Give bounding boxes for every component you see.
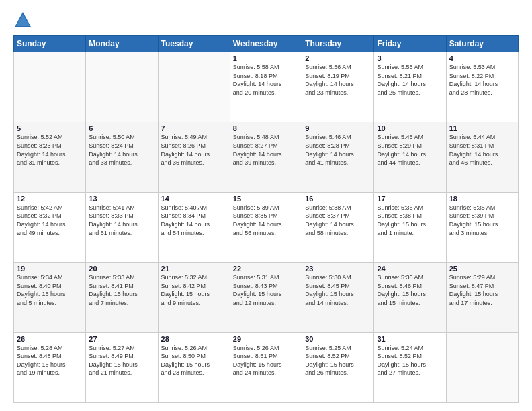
day-number: 13 (89, 195, 154, 203)
calendar-week-row: 1Sunrise: 5:58 AMSunset: 8:18 PMDaylight… (14, 52, 519, 122)
calendar-cell: 29Sunrise: 5:26 AMSunset: 8:51 PMDayligh… (230, 332, 302, 402)
day-info: Sunrise: 5:44 AMSunset: 8:31 PMDaylight:… (449, 133, 515, 167)
calendar-cell: 10Sunrise: 5:45 AMSunset: 8:29 PMDayligh… (374, 122, 446, 192)
day-number: 24 (377, 265, 443, 273)
calendar-cell: 24Sunrise: 5:30 AMSunset: 8:46 PMDayligh… (374, 263, 446, 332)
calendar-cell: 16Sunrise: 5:38 AMSunset: 8:37 PMDayligh… (302, 192, 374, 262)
calendar-cell: 13Sunrise: 5:41 AMSunset: 8:33 PMDayligh… (86, 192, 158, 262)
calendar-week-row: 19Sunrise: 5:34 AMSunset: 8:40 PMDayligh… (14, 263, 519, 332)
day-info: Sunrise: 5:55 AMSunset: 8:21 PMDaylight:… (377, 63, 443, 97)
calendar-cell: 17Sunrise: 5:36 AMSunset: 8:38 PMDayligh… (374, 192, 446, 262)
calendar-cell: 23Sunrise: 5:30 AMSunset: 8:45 PMDayligh… (302, 263, 374, 332)
day-number: 19 (17, 265, 83, 273)
day-info: Sunrise: 5:42 AMSunset: 8:32 PMDaylight:… (17, 203, 83, 237)
day-info: Sunrise: 5:56 AMSunset: 8:19 PMDaylight:… (305, 63, 371, 97)
day-info: Sunrise: 5:38 AMSunset: 8:37 PMDaylight:… (305, 203, 371, 237)
day-number: 3 (377, 54, 443, 62)
day-number: 21 (161, 265, 227, 273)
day-info: Sunrise: 5:34 AMSunset: 8:40 PMDaylight:… (17, 273, 83, 307)
day-number: 23 (305, 265, 371, 273)
svg-marker-1 (16, 15, 30, 26)
day-info: Sunrise: 5:32 AMSunset: 8:42 PMDaylight:… (161, 273, 227, 307)
day-number: 17 (377, 195, 443, 203)
day-info: Sunrise: 5:31 AMSunset: 8:43 PMDaylight:… (233, 273, 299, 307)
day-number: 30 (305, 335, 371, 343)
calendar-cell (86, 52, 158, 122)
calendar-cell: 12Sunrise: 5:42 AMSunset: 8:32 PMDayligh… (14, 192, 86, 262)
calendar-cell: 25Sunrise: 5:29 AMSunset: 8:47 PMDayligh… (446, 263, 518, 332)
logo (13, 11, 35, 30)
day-info: Sunrise: 5:50 AMSunset: 8:24 PMDaylight:… (89, 133, 154, 167)
calendar-cell (446, 332, 518, 402)
day-info: Sunrise: 5:26 AMSunset: 8:50 PMDaylight:… (161, 344, 227, 377)
day-info: Sunrise: 5:28 AMSunset: 8:48 PMDaylight:… (17, 344, 83, 377)
day-number: 29 (233, 335, 299, 343)
day-info: Sunrise: 5:46 AMSunset: 8:28 PMDaylight:… (305, 133, 371, 167)
day-info: Sunrise: 5:27 AMSunset: 8:49 PMDaylight:… (89, 344, 154, 377)
day-info: Sunrise: 5:40 AMSunset: 8:34 PMDaylight:… (161, 203, 227, 237)
day-number: 4 (449, 54, 515, 62)
calendar-header: SundayMondayTuesdayWednesdayThursdayFrid… (14, 36, 519, 52)
day-info: Sunrise: 5:39 AMSunset: 8:35 PMDaylight:… (233, 203, 299, 237)
calendar-cell: 22Sunrise: 5:31 AMSunset: 8:43 PMDayligh… (230, 263, 302, 332)
calendar-cell: 5Sunrise: 5:52 AMSunset: 8:23 PMDaylight… (14, 122, 86, 192)
day-info: Sunrise: 5:24 AMSunset: 8:52 PMDaylight:… (377, 344, 443, 377)
calendar-cell: 27Sunrise: 5:27 AMSunset: 8:49 PMDayligh… (86, 332, 158, 402)
day-header: Saturday (446, 36, 518, 52)
day-header: Wednesday (230, 36, 302, 52)
day-info: Sunrise: 5:48 AMSunset: 8:27 PMDaylight:… (233, 133, 299, 167)
calendar-cell: 14Sunrise: 5:40 AMSunset: 8:34 PMDayligh… (158, 192, 230, 262)
calendar-cell: 18Sunrise: 5:35 AMSunset: 8:39 PMDayligh… (446, 192, 518, 262)
day-number: 20 (89, 265, 154, 273)
day-info: Sunrise: 5:25 AMSunset: 8:52 PMDaylight:… (305, 344, 371, 377)
day-header: Monday (86, 36, 158, 52)
day-info: Sunrise: 5:35 AMSunset: 8:39 PMDaylight:… (449, 203, 515, 237)
calendar-week-row: 5Sunrise: 5:52 AMSunset: 8:23 PMDaylight… (14, 122, 519, 192)
header-row: SundayMondayTuesdayWednesdayThursdayFrid… (14, 36, 519, 52)
day-number: 1 (233, 54, 299, 62)
day-number: 9 (305, 124, 371, 132)
calendar-cell: 3Sunrise: 5:55 AMSunset: 8:21 PMDaylight… (374, 52, 446, 122)
day-number: 14 (161, 195, 227, 203)
calendar-cell: 30Sunrise: 5:25 AMSunset: 8:52 PMDayligh… (302, 332, 374, 402)
calendar-cell: 6Sunrise: 5:50 AMSunset: 8:24 PMDaylight… (86, 122, 158, 192)
day-number: 11 (449, 124, 515, 132)
day-number: 26 (17, 335, 83, 343)
calendar-body: 1Sunrise: 5:58 AMSunset: 8:18 PMDaylight… (14, 52, 519, 403)
day-number: 28 (161, 335, 227, 343)
day-info: Sunrise: 5:52 AMSunset: 8:23 PMDaylight:… (17, 133, 83, 167)
day-header: Tuesday (158, 36, 230, 52)
day-number: 16 (305, 195, 371, 203)
calendar-cell: 21Sunrise: 5:32 AMSunset: 8:42 PMDayligh… (158, 263, 230, 332)
page: SundayMondayTuesdayWednesdayThursdayFrid… (0, 0, 532, 411)
day-info: Sunrise: 5:26 AMSunset: 8:51 PMDaylight:… (233, 344, 299, 377)
calendar-cell: 20Sunrise: 5:33 AMSunset: 8:41 PMDayligh… (86, 263, 158, 332)
logo-icon (13, 11, 32, 30)
day-number: 2 (305, 54, 371, 62)
day-info: Sunrise: 5:58 AMSunset: 8:18 PMDaylight:… (233, 63, 299, 97)
calendar-cell (14, 52, 86, 122)
day-info: Sunrise: 5:29 AMSunset: 8:47 PMDaylight:… (449, 273, 515, 307)
calendar-cell: 11Sunrise: 5:44 AMSunset: 8:31 PMDayligh… (446, 122, 518, 192)
day-number: 25 (449, 265, 515, 273)
day-info: Sunrise: 5:41 AMSunset: 8:33 PMDaylight:… (89, 203, 154, 237)
day-number: 27 (89, 335, 154, 343)
day-number: 6 (89, 124, 154, 132)
day-info: Sunrise: 5:53 AMSunset: 8:22 PMDaylight:… (449, 63, 515, 97)
day-number: 15 (233, 195, 299, 203)
day-number: 7 (161, 124, 227, 132)
day-info: Sunrise: 5:30 AMSunset: 8:46 PMDaylight:… (377, 273, 443, 307)
calendar-cell: 9Sunrise: 5:46 AMSunset: 8:28 PMDaylight… (302, 122, 374, 192)
calendar-cell: 4Sunrise: 5:53 AMSunset: 8:22 PMDaylight… (446, 52, 518, 122)
calendar-cell: 26Sunrise: 5:28 AMSunset: 8:48 PMDayligh… (14, 332, 86, 402)
header (13, 11, 519, 30)
day-info: Sunrise: 5:45 AMSunset: 8:29 PMDaylight:… (377, 133, 443, 167)
calendar-cell: 31Sunrise: 5:24 AMSunset: 8:52 PMDayligh… (374, 332, 446, 402)
day-info: Sunrise: 5:33 AMSunset: 8:41 PMDaylight:… (89, 273, 154, 307)
calendar-cell: 19Sunrise: 5:34 AMSunset: 8:40 PMDayligh… (14, 263, 86, 332)
calendar-cell: 15Sunrise: 5:39 AMSunset: 8:35 PMDayligh… (230, 192, 302, 262)
day-info: Sunrise: 5:36 AMSunset: 8:38 PMDaylight:… (377, 203, 443, 237)
day-number: 12 (17, 195, 83, 203)
day-number: 18 (449, 195, 515, 203)
calendar-cell: 7Sunrise: 5:49 AMSunset: 8:26 PMDaylight… (158, 122, 230, 192)
